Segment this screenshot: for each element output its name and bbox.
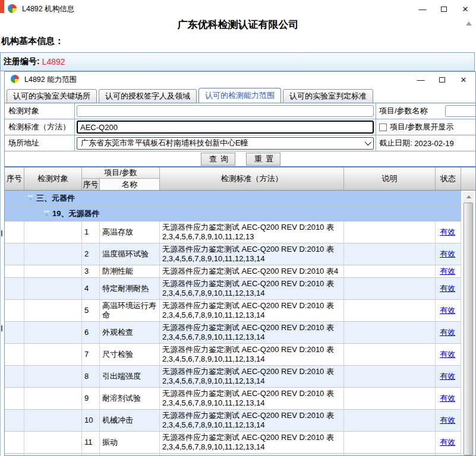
table-row: 6 外观检查 无源器件应力鉴定测试 AEC-Q200 REV D:2010 表2…: [5, 322, 461, 344]
standard-label: 检测标准（方法）: [5, 119, 75, 135]
standard-cell: 无源器件应力鉴定测试 AEC-Q200 REV D:2010 表4: [160, 265, 344, 277]
reset-button[interactable]: 重置: [246, 153, 280, 166]
close-button[interactable]: ✕: [455, 0, 476, 18]
status-link[interactable]: 有效: [440, 306, 455, 315]
param-seq-cell: 3: [82, 265, 100, 277]
param-name-label: 项目/参数名称: [379, 106, 428, 116]
object-input[interactable]: [77, 105, 374, 117]
group-row-components[interactable]: 三、元器件: [5, 191, 461, 206]
maximize-button[interactable]: [433, 0, 455, 18]
param-seq-cell: 10: [82, 410, 100, 431]
status-link[interactable]: 有效: [440, 249, 455, 259]
maximize-icon: [439, 77, 445, 83]
param-name-cell: 振动: [100, 432, 160, 453]
param-seq-cell: 1: [82, 221, 100, 243]
status-link[interactable]: 有效: [440, 416, 455, 425]
seq-cell: [5, 265, 24, 277]
minimize-button[interactable]: —: [410, 72, 431, 87]
status-link[interactable]: 有效: [440, 267, 455, 276]
status-link[interactable]: 有效: [440, 438, 455, 447]
seq-cell: [5, 344, 24, 365]
minimize-button[interactable]: —: [412, 0, 433, 18]
tab-authorized-signatories[interactable]: 认可的授权签字人及领域: [99, 89, 197, 103]
note-cell: [344, 366, 436, 387]
note-cell: [344, 454, 436, 456]
background-fragment: [1, 325, 2, 331]
object-cell: [24, 410, 82, 431]
standard-input[interactable]: [77, 121, 374, 134]
table-row: 2 温度循环试验 无源器件应力鉴定测试 AEC-Q200 REV D:2010 …: [5, 243, 461, 265]
param-name-cell: 高温存放: [100, 221, 160, 243]
tab-testing-capability[interactable]: 认可的检测能力范围: [198, 88, 281, 103]
status-cell: 有效: [436, 265, 461, 277]
object-cell: [24, 265, 82, 277]
registration-value: L4892: [42, 57, 65, 66]
scrollbar-up-button[interactable]: [463, 192, 474, 201]
seq-cell: [5, 243, 24, 265]
status-link[interactable]: 有效: [440, 394, 455, 403]
status-link[interactable]: 有效: [440, 328, 455, 337]
seq-cell: [5, 278, 24, 299]
param-name-cell: 机械冲击: [100, 410, 160, 431]
status-cell: 有效: [436, 243, 461, 265]
table-row: 9 耐溶剂试验 无源器件应力鉴定测试 AEC-Q200 REV D:2010 表…: [5, 388, 461, 410]
object-cell: [24, 366, 82, 387]
address-label: 场所地址: [5, 135, 75, 151]
address-selected-value: 广东省东莞市常平镇板石村南埔科技创新中心E幢: [81, 138, 365, 148]
object-cell: [24, 278, 82, 299]
address-select[interactable]: 广东省东莞市常平镇板石村南埔科技创新中心E幢: [77, 137, 374, 150]
object-cell: [24, 221, 82, 243]
param-name-cell: 特定耐潮耐热: [100, 278, 160, 299]
query-button[interactable]: 查询: [201, 153, 235, 166]
institution-window-titlebar: L4892 机构信息 — ✕: [0, 0, 476, 18]
param-name-cell: 引出端强度: [100, 366, 160, 387]
capability-window-title: L4892 能力范围: [24, 75, 77, 85]
close-button[interactable]: ✕: [453, 72, 474, 87]
table-row: 10 机械冲击 无源器件应力鉴定测试 AEC-Q200 REV D:2010 表…: [5, 410, 461, 432]
tab-lab-criteria[interactable]: 认可的实验室判定标准: [283, 89, 373, 103]
collapse-triangle-icon[interactable]: [43, 211, 50, 216]
search-form: 检测对象 项目/参数名称 检测标准（方法） 项目/参数展开显示 场所地址: [5, 103, 476, 167]
status-link[interactable]: 有效: [440, 284, 455, 293]
arrow-up-icon: [466, 195, 471, 198]
header-standard: 检测标准（方法）: [160, 167, 344, 190]
registration-box: 注册编号: L4892: [0, 52, 475, 71]
collapse-triangle-icon[interactable]: [27, 195, 34, 201]
table-row: 4 特定耐潮耐热 无源器件应力鉴定测试 AEC-Q200 REV D:2010 …: [5, 278, 461, 300]
capability-window-titlebar: L4892 能力范围 — ✕: [5, 72, 475, 87]
object-cell: [24, 243, 82, 265]
header-param: 项目/参数: [82, 167, 159, 179]
header-object: 检测对象: [24, 167, 82, 190]
standard-cell: 无源器件应力鉴定测试 AEC-Q200 REV D:2010 表2,3,4,5,…: [160, 322, 344, 343]
maximize-button[interactable]: [431, 72, 453, 87]
status-link[interactable]: 有效: [440, 350, 455, 359]
param-name-cell: [100, 454, 160, 456]
param-seq-cell: 6: [82, 322, 100, 343]
object-cell: [24, 454, 82, 456]
tab-key-locations[interactable]: 认可的实验室关键场所: [7, 89, 97, 103]
note-cell: [344, 265, 436, 277]
seq-cell: [5, 410, 24, 431]
status-link[interactable]: 有效: [440, 227, 455, 237]
background-fragment: [1, 230, 2, 236]
vertical-scrollbar[interactable]: [463, 192, 474, 456]
header-param-group: 项目/参数 序号 名称: [82, 167, 160, 190]
capability-window: L4892 能力范围 — ✕ 认可的实验室关键场所 认可的授权签字人及领域 认可…: [4, 71, 476, 456]
param-seq-cell: 4: [82, 278, 100, 299]
note-cell: [344, 410, 436, 431]
object-cell: [24, 322, 82, 343]
status-link[interactable]: 有效: [440, 372, 455, 381]
table-header: 序号 检测对象 项目/参数 序号 名称 检测标准（方法） 说明 状态: [5, 167, 476, 191]
status-cell: 有效: [436, 221, 461, 243]
status-cell: 有效: [436, 344, 461, 365]
param-name-cell: 温度循环试验: [100, 243, 160, 265]
group-row-passive-components[interactable]: 19、无源器件: [5, 206, 461, 221]
scrollbar-thumb[interactable]: [464, 202, 473, 455]
scroll-up-icon[interactable]: [466, 21, 472, 26]
param-name-input[interactable]: [445, 105, 476, 117]
header-seq: 序号: [5, 167, 24, 190]
note-cell: [344, 221, 436, 243]
expand-params-checkbox[interactable]: [379, 124, 387, 131]
standard-cell: 无源器件应力鉴定测试 AEC-Q200 REV D:2010 表: [160, 454, 344, 456]
note-cell: [344, 322, 436, 343]
